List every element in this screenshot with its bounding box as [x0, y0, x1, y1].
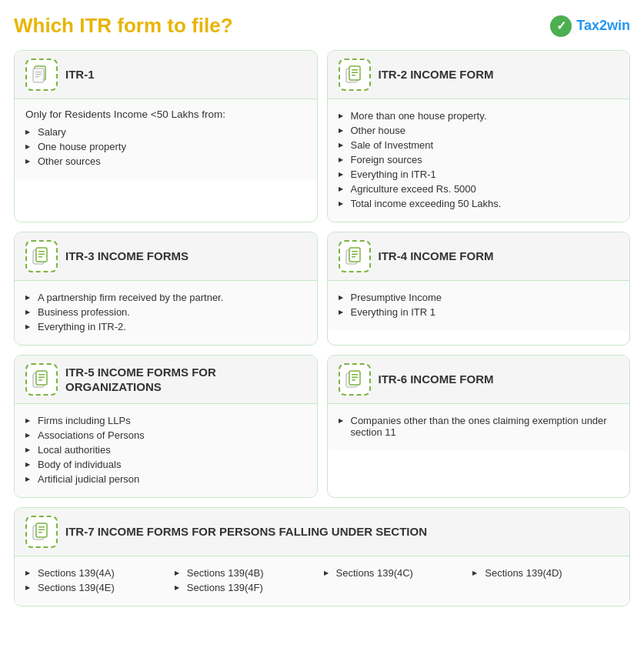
svg-rect-4: [33, 68, 44, 82]
list-item: Other house: [339, 123, 619, 138]
list-item: Sections 139(4C): [324, 566, 470, 580]
list-item: Business profession.: [25, 305, 306, 319]
itr7-col4-list: Sections 139(4D): [472, 566, 619, 595]
list-item: Agriculture exceed Rs. 5000: [339, 182, 619, 196]
list-item: Everything in ITR-1: [339, 167, 619, 182]
itr2-body: More than one house property. Other hous…: [328, 99, 630, 222]
itr6-body: Companies other than the ones claiming e…: [328, 404, 630, 450]
svg-rect-22: [38, 254, 45, 256]
list-item: Sale of Investment: [339, 138, 619, 152]
itr7-card: ITR-7 INCOME FORMS FOR PERSONS FALLING U…: [14, 507, 630, 606]
itr6-card: ITR-6 INCOME FORM Companies other than t…: [327, 355, 631, 498]
itr7-title: ITR-7 INCOME FORMS FOR PERSONS FALLING U…: [65, 524, 427, 539]
itr4-title: ITR-4 INCOME FORM: [379, 249, 494, 264]
svg-rect-55: [38, 532, 42, 533]
itr2-icon: [339, 58, 371, 91]
list-item: Total income exceeding 50 Lakhs.: [339, 196, 619, 211]
logo-text: Tax2win: [576, 18, 630, 34]
list-item: More than one house property.: [339, 109, 619, 123]
list-item: One house property: [25, 139, 306, 154]
list-item: Sections 139(4B): [175, 566, 321, 580]
itr7-col3-list: Sections 139(4C): [324, 566, 470, 595]
list-item: Sections 139(4A): [25, 566, 172, 580]
itr1-intro: Only for Residents Income <50 Lakhs from…: [25, 109, 306, 120]
logo: ✓ Tax2win: [550, 15, 630, 37]
list-item: Foreign sources: [339, 152, 619, 167]
list-item: Presumptive Income: [339, 290, 619, 305]
svg-rect-39: [38, 379, 42, 381]
svg-rect-14: [352, 72, 358, 74]
itr2-list: More than one house property. Other hous…: [339, 109, 619, 211]
svg-rect-38: [38, 377, 45, 379]
page-title: Which ITR form to file?: [14, 14, 233, 38]
itr7-header: ITR-7 INCOME FORMS FOR PERSONS FALLING U…: [15, 508, 629, 556]
itr5-header: ITR-5 INCOME FORMS FOR ORGANIZATIONS: [15, 356, 317, 404]
itr2-title: ITR-2 INCOME FORM: [379, 67, 494, 82]
itr1-body: Only for Residents Income <50 Lakhs from…: [15, 99, 317, 179]
itr4-icon: [339, 240, 371, 272]
itr2-card: ITR-2 INCOME FORM More than one house pr…: [327, 50, 631, 222]
list-item: Sections 139(4E): [25, 580, 172, 595]
list-item: Salary: [25, 125, 306, 139]
svg-rect-53: [38, 526, 45, 528]
list-item: Artificial judicial person: [25, 472, 306, 486]
itr7-col2-list: Sections 139(4B) Sections 139(4F): [175, 566, 321, 595]
list-item: Local authorities: [25, 443, 306, 457]
list-item: Other sources: [25, 154, 306, 169]
svg-rect-30: [352, 254, 358, 256]
list-item: Everything in ITR-2.: [25, 319, 306, 334]
svg-rect-5: [35, 72, 42, 72]
logo-check-icon: ✓: [550, 15, 572, 37]
list-item: Companies other than the ones claiming e…: [339, 413, 619, 439]
itr1-card: ITR-1 Only for Residents Income <50 Lakh…: [14, 50, 318, 222]
itr3-icon: [25, 240, 58, 272]
itr2-header: ITR-2 INCOME FORM: [328, 51, 630, 99]
svg-rect-6: [35, 74, 42, 75]
itr3-body: A partnership firm received by the partn…: [15, 281, 317, 345]
svg-rect-21: [38, 251, 45, 252]
list-item: Associations of Persons: [25, 428, 306, 443]
svg-rect-13: [352, 69, 358, 71]
list-item: Sections 139(4F): [175, 580, 321, 595]
svg-rect-47: [352, 379, 355, 381]
itr4-card: ITR-4 INCOME FORM Presumptive Income Eve…: [327, 232, 631, 346]
itr5-body: Firms including LLPs Associations of Per…: [15, 404, 317, 497]
itr3-card: ITR-3 INCOME FORMS A partnership firm re…: [14, 232, 318, 346]
itr5-card: ITR-5 INCOME FORMS FOR ORGANIZATIONS Fir…: [14, 355, 318, 498]
svg-rect-29: [352, 251, 358, 252]
svg-rect-45: [352, 374, 358, 376]
itr5-list: Firms including LLPs Associations of Per…: [25, 413, 306, 486]
itr6-title: ITR-6 INCOME FORM: [379, 372, 494, 387]
svg-rect-54: [38, 529, 45, 531]
list-item: A partnership firm received by the partn…: [25, 290, 306, 305]
list-item: Everything in ITR 1: [339, 305, 619, 319]
itr6-icon: [339, 363, 371, 396]
list-item: Firms including LLPs: [25, 413, 306, 428]
list-item: Body of individuals: [25, 457, 306, 472]
itr3-title: ITR-3 INCOME FORMS: [65, 249, 189, 264]
itr1-title: ITR-1: [65, 67, 95, 82]
itr7-icon: [25, 516, 58, 548]
itr3-header: ITR-3 INCOME FORMS: [15, 232, 317, 281]
svg-rect-37: [38, 374, 45, 376]
itr1-header: ITR-1: [15, 51, 317, 99]
itr6-list: Companies other than the ones claiming e…: [339, 413, 619, 439]
itr4-body: Presumptive Income Everything in ITR 1: [328, 281, 630, 330]
svg-rect-15: [352, 75, 355, 76]
itr1-list: Salary One house property Other sources: [25, 125, 306, 169]
itr5-icon: [25, 363, 58, 396]
itr6-header: ITR-6 INCOME FORM: [328, 356, 630, 404]
svg-rect-23: [38, 256, 42, 258]
itr3-list: A partnership firm received by the partn…: [25, 290, 306, 334]
itr7-col1-list: Sections 139(4A) Sections 139(4E): [25, 566, 172, 595]
list-item: Sections 139(4D): [472, 566, 619, 580]
itr4-list: Presumptive Income Everything in ITR 1: [339, 290, 619, 319]
itr1-icon: [25, 58, 58, 91]
svg-rect-46: [352, 377, 358, 379]
cards-grid: ITR-1 Only for Residents Income <50 Lakh…: [14, 50, 630, 606]
svg-rect-7: [35, 76, 39, 77]
itr7-body: Sections 139(4A) Sections 139(4E) Sectio…: [15, 556, 629, 606]
itr4-header: ITR-4 INCOME FORM: [328, 232, 630, 281]
page-header: Which ITR form to file? ✓ Tax2win: [14, 14, 630, 38]
svg-rect-31: [352, 256, 355, 258]
